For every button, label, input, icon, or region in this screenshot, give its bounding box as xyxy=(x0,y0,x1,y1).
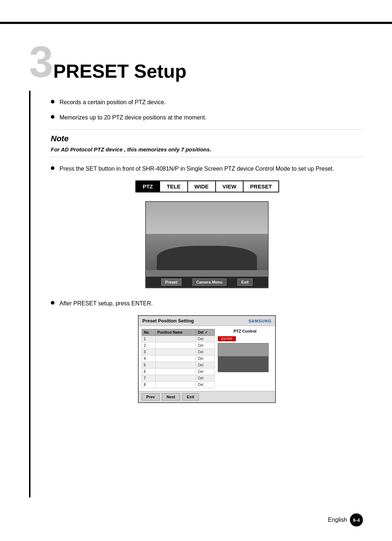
ptz-preview-ground xyxy=(218,356,268,372)
row-name-1 xyxy=(155,336,196,342)
row-name-6 xyxy=(155,369,196,375)
enter-button[interactable]: ENTER xyxy=(218,336,236,341)
note-text: For AD Protocol PTZ device , this memori… xyxy=(51,146,363,152)
bullet-text-3: Press the SET button in front of SHR-408… xyxy=(60,164,334,173)
row-del-8[interactable]: Del xyxy=(196,382,215,388)
table-row: 5 Del xyxy=(142,362,215,369)
preset-table: No. Position Name Del ✓ 1 Del xyxy=(142,329,215,388)
bullet-dot-1 xyxy=(51,100,54,103)
row-del-3[interactable]: Del xyxy=(196,349,215,355)
page-number-badge: 6-4 xyxy=(350,513,363,526)
bullet-item-4: After PRESET setup, press ENTER. xyxy=(51,299,363,308)
row-no-3: 3 xyxy=(142,349,156,355)
note-title: Note xyxy=(51,134,363,143)
col-header-no: No. xyxy=(142,329,156,336)
table-row: 8 Del xyxy=(142,382,215,388)
preset-dialog-header: Preset Position Setting SAMSUNG xyxy=(139,316,275,326)
col-header-del: Del ✓ xyxy=(196,329,215,336)
row-del-7[interactable]: Del xyxy=(196,375,215,382)
bullet-text-4: After PRESET setup, press ENTER. xyxy=(60,299,153,308)
preset-dialog: Preset Position Setting SAMSUNG No. Posi… xyxy=(138,315,276,403)
ptz-btn-tele[interactable]: TELE xyxy=(159,180,188,192)
preset-table-section: No. Position Name Del ✓ 1 Del xyxy=(142,329,215,388)
table-row: 2 Del xyxy=(142,342,215,349)
table-row: 3 Del xyxy=(142,349,215,355)
ptz-control-section: PTZ Control ENTER xyxy=(218,329,272,388)
left-bar xyxy=(29,91,30,497)
bullet-item-2: Memorizes up to 20 PTZ device positions … xyxy=(51,113,363,122)
ptz-btn-ptz[interactable]: PTZ xyxy=(135,180,160,192)
bullet-dot-2 xyxy=(51,115,54,119)
row-no-6: 6 xyxy=(142,369,156,375)
bullet-item-1: Records a certain position of PTZ device… xyxy=(51,98,363,107)
row-no-4: 4 xyxy=(142,355,156,362)
table-row: 7 Del xyxy=(142,375,215,382)
table-row: 4 Del xyxy=(142,355,215,362)
row-no-8: 8 xyxy=(142,382,156,388)
camera-screen: Preset Camera Menu Exit xyxy=(145,201,269,288)
row-name-4 xyxy=(155,355,196,362)
ptz-preview-sky xyxy=(218,343,268,358)
chapter-header: 3 PRESET Setup xyxy=(29,40,363,84)
screen-toolbar: Preset Camera Menu Exit xyxy=(146,277,268,288)
page-footer: English 6-4 xyxy=(328,513,363,526)
table-row: 6 Del xyxy=(142,369,215,375)
exit-button[interactable]: Exit xyxy=(182,393,199,400)
row-name-8 xyxy=(155,382,196,388)
row-name-5 xyxy=(155,362,196,369)
row-del-4[interactable]: Del xyxy=(196,355,215,362)
prev-button[interactable]: Prev xyxy=(142,393,160,400)
preset-dialog-footer: Prev Next Exit xyxy=(139,391,275,402)
ptz-btn-view[interactable]: VIEW xyxy=(215,180,244,192)
row-del-1[interactable]: Del xyxy=(196,336,215,342)
preset-dialog-title: Preset Position Setting xyxy=(142,318,194,324)
ptz-preview xyxy=(218,343,269,372)
col-header-name: Position Name xyxy=(155,329,196,336)
row-del-6[interactable]: Del xyxy=(196,369,215,375)
row-name-2 xyxy=(155,342,196,349)
bullet-text-1: Records a certain position of PTZ device… xyxy=(60,98,166,107)
samsung-logo: SAMSUNG xyxy=(249,319,271,323)
screen-btn-exit[interactable]: Exit xyxy=(237,278,253,286)
top-border xyxy=(0,22,392,24)
table-row: 1 Del xyxy=(142,336,215,342)
ptz-btn-preset[interactable]: PRESET xyxy=(243,180,279,192)
bullet-dot-4 xyxy=(51,301,54,305)
row-no-1: 1 xyxy=(142,336,156,342)
row-no-2: 2 xyxy=(142,342,156,349)
bullet-text-2: Memorizes up to 20 PTZ device positions … xyxy=(60,113,207,122)
row-name-3 xyxy=(155,349,196,355)
bullet-dot-3 xyxy=(51,166,54,170)
row-name-7 xyxy=(155,375,196,382)
water-reflection xyxy=(146,270,268,277)
next-button[interactable]: Next xyxy=(162,393,180,400)
chapter-number: 3 xyxy=(29,40,53,84)
ptz-buttons-row: PTZ TELE WIDE VIEW PRESET xyxy=(51,180,363,192)
row-no-7: 7 xyxy=(142,375,156,382)
row-del-2[interactable]: Del xyxy=(196,342,215,349)
preset-dialog-body: No. Position Name Del ✓ 1 Del xyxy=(139,326,275,391)
row-del-5[interactable]: Del xyxy=(196,362,215,369)
ptz-control-label: PTZ Control xyxy=(218,329,272,333)
camera-screen-container: Preset Camera Menu Exit xyxy=(51,201,363,288)
screen-btn-preset[interactable]: Preset xyxy=(161,278,181,286)
language-label: English xyxy=(328,517,347,523)
row-no-5: 5 xyxy=(142,362,156,369)
screen-btn-camera-menu[interactable]: Camera Menu xyxy=(192,278,226,286)
ptz-btn-wide[interactable]: WIDE xyxy=(187,180,216,192)
bullet-item-3: Press the SET button in front of SHR-408… xyxy=(51,164,363,173)
chapter-title: PRESET Setup xyxy=(53,62,187,81)
note-section: Note For AD Protocol PTZ device , this m… xyxy=(51,129,363,157)
